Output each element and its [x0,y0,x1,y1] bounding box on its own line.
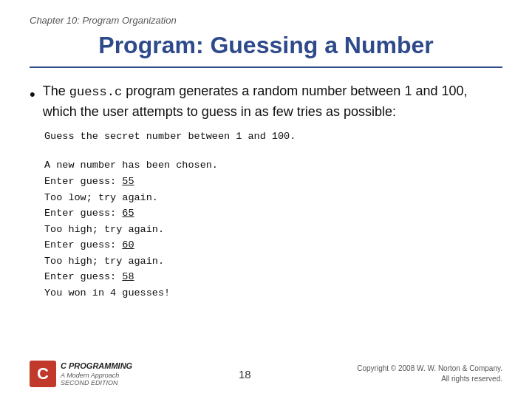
logo-subtitle: A Modern Approach [61,372,132,379]
guess-4: 58 [122,271,134,282]
footer: C C PROGRAMMING A Modern Approach SECOND… [0,361,532,387]
page-number: 18 [239,368,251,381]
footer-copyright: Copyright © 2008 W. W. Norton & Company.… [357,364,502,384]
bullet-text: The guess.c program generates a random n… [43,81,502,121]
bullet-section: • The guess.c program generates a random… [30,81,502,301]
logo-text-block: C PROGRAMMING A Modern Approach SECOND E… [61,361,132,386]
code-line-4: Enter guess: 65 [44,205,502,222]
guess-2: 65 [122,208,134,219]
footer-logo: C C PROGRAMMING A Modern Approach SECOND… [30,361,132,387]
code-line-3: Too low; try again. [44,190,502,206]
code-line-6: Enter guess: 60 [44,237,502,253]
code-line-9: You won in 4 guesses! [44,285,502,301]
chapter-label: Chapter 10: Program Organization [30,15,502,26]
logo-edition: SECOND EDITION [61,379,132,386]
code-line-2: Enter guess: 55 [44,174,502,190]
code-line-1: A new number has been chosen. [44,157,502,174]
code-line-7: Too high; try again. [44,253,502,270]
code-line-5: Too high; try again. [44,222,502,238]
logo-title: C PROGRAMMING [61,361,132,371]
guess-3: 60 [122,239,134,250]
code-word: guess.c [69,85,122,99]
slide-title: Program: Guessing a Number [30,32,502,68]
bullet-dot: • [30,83,35,106]
code-prompt-block: Guess the secret number between 1 and 10… [44,129,502,145]
code-line-8: Enter guess: 58 [44,269,502,285]
code-output-block: A new number has been chosen. Enter gues… [44,157,502,301]
bullet-item: • The guess.c program generates a random… [30,81,502,121]
logo-c-letter: C [30,361,56,387]
code-prompt-line: Guess the secret number between 1 and 10… [44,129,502,145]
slide-container: Chapter 10: Program Organization Program… [0,0,532,399]
guess-1: 55 [122,176,134,187]
